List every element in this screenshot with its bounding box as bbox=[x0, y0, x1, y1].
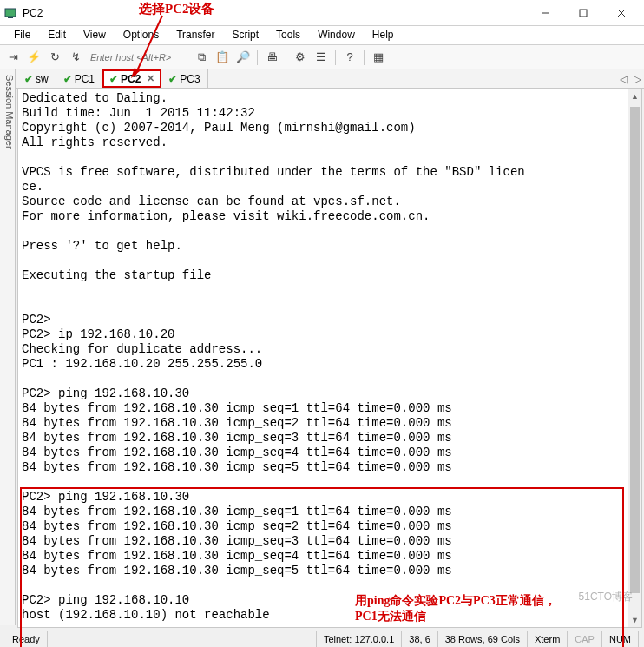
status-num: NUM bbox=[602, 631, 639, 647]
tab-pc2[interactable]: ✔ PC2 ✕ bbox=[102, 69, 161, 88]
status-caps: CAP bbox=[568, 631, 602, 647]
status-cursor: 38, 6 bbox=[402, 631, 437, 647]
print-icon[interactable]: 🖶 bbox=[262, 48, 281, 67]
annotation-ping-note: 用ping命令实验PC2与PC3正常通信， PC1无法通信 bbox=[355, 593, 556, 624]
scroll-up-icon[interactable]: ▲ bbox=[628, 89, 641, 103]
terminal-output[interactable]: Dedicated to Daling. Build time: Jun 1 2… bbox=[18, 89, 641, 647]
status-size: 38 Rows, 69 Cols bbox=[438, 631, 528, 647]
minimize-button[interactable] bbox=[526, 1, 564, 25]
terminal-pane[interactable]: Dedicated to Daling. Build time: Jun 1 2… bbox=[17, 89, 642, 628]
help-icon[interactable]: ? bbox=[340, 48, 359, 67]
tab-pc3[interactable]: ✔ PC3 bbox=[161, 69, 207, 88]
separator bbox=[187, 50, 187, 65]
window-title: PC2 bbox=[23, 7, 526, 19]
close-button[interactable] bbox=[602, 1, 641, 25]
quick-connect-icon[interactable]: ⚡ bbox=[24, 48, 43, 67]
tab-label: PC1 bbox=[75, 73, 95, 85]
connect-icon[interactable]: ⇥ bbox=[3, 48, 23, 67]
menu-window[interactable]: Window bbox=[309, 26, 364, 44]
maximize-button[interactable] bbox=[564, 1, 602, 25]
menu-options[interactable]: Options bbox=[115, 26, 168, 44]
close-icon[interactable]: ✕ bbox=[147, 73, 154, 84]
check-icon: ✔ bbox=[63, 73, 72, 85]
find-icon[interactable]: 🔎 bbox=[233, 48, 253, 67]
toolbar: ⇥ ⚡ ↻ ↯ ⧉ 📋 🔎 🖶 ⚙ ☰ ? ▦ bbox=[0, 45, 644, 69]
tab-prev-icon[interactable]: ◁ bbox=[616, 73, 630, 85]
disconnect-icon[interactable]: ↯ bbox=[66, 48, 85, 67]
menu-view[interactable]: View bbox=[75, 26, 115, 44]
svg-rect-1 bbox=[8, 17, 13, 18]
svg-rect-0 bbox=[5, 9, 16, 17]
separator bbox=[286, 50, 286, 65]
scroll-down-icon[interactable]: ▼ bbox=[628, 613, 641, 627]
check-icon: ✔ bbox=[24, 73, 33, 85]
menu-edit[interactable]: Edit bbox=[39, 26, 75, 44]
copy-icon[interactable]: ⧉ bbox=[192, 48, 211, 67]
menu-help[interactable]: Help bbox=[364, 26, 403, 44]
menu-script[interactable]: Script bbox=[223, 26, 267, 44]
status-telnet: Telnet: 127.0.0.1 bbox=[317, 631, 402, 647]
watermark: 51CTO博客 bbox=[579, 590, 633, 604]
separator bbox=[335, 50, 336, 65]
tab-sw[interactable]: ✔ sw bbox=[17, 69, 56, 88]
tab-strip: ✔ sw ✔ PC1 ✔ PC2 ✕ ✔ PC3 ◁ ▷ bbox=[0, 69, 644, 89]
menu-file[interactable]: File bbox=[5, 26, 39, 44]
svg-rect-3 bbox=[580, 10, 587, 17]
tab-label: sw bbox=[36, 73, 49, 85]
separator bbox=[364, 50, 365, 65]
menu-transfer[interactable]: Transfer bbox=[168, 26, 223, 44]
app-icon bbox=[3, 6, 17, 20]
settings-icon[interactable]: ⚙ bbox=[291, 48, 310, 67]
session-options-icon[interactable]: ☰ bbox=[312, 48, 331, 67]
status-ready: Ready bbox=[5, 631, 48, 647]
tab-pc1[interactable]: ✔ PC1 bbox=[56, 69, 102, 88]
separator bbox=[257, 50, 258, 65]
check-icon: ✔ bbox=[168, 73, 177, 85]
menubar: File Edit View Options Transfer Script T… bbox=[0, 26, 644, 45]
scroll-thumb[interactable] bbox=[630, 107, 640, 593]
paste-icon[interactable]: 📋 bbox=[213, 48, 232, 67]
menu-tools[interactable]: Tools bbox=[267, 26, 309, 44]
tab-label: PC3 bbox=[180, 73, 200, 85]
status-bar: Ready Telnet: 127.0.0.1 38, 6 38 Rows, 6… bbox=[0, 630, 644, 647]
check-icon: ✔ bbox=[109, 73, 118, 85]
reconnect-icon[interactable]: ↻ bbox=[45, 48, 64, 67]
new-tab-icon[interactable]: ▦ bbox=[369, 48, 388, 67]
session-manager-panel[interactable]: Session Manager bbox=[0, 69, 16, 625]
status-term: Xterm bbox=[528, 631, 568, 647]
tab-next-icon[interactable]: ▷ bbox=[630, 73, 644, 85]
host-input[interactable] bbox=[87, 49, 182, 66]
tab-label: PC2 bbox=[121, 73, 141, 85]
scrollbar[interactable]: ▲ ▼ bbox=[628, 89, 641, 627]
